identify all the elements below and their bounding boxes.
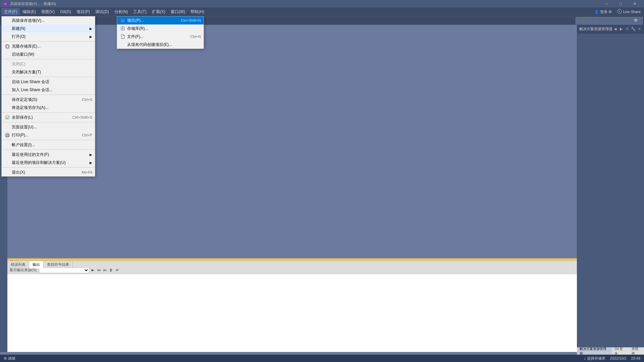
open-arrow: ▶ (90, 35, 92, 39)
file-menu-dropdown: 高级保存选项(V)... 新建(N) ▶ 打开(O) ▶ 克隆存储库(E)...… (1, 16, 95, 177)
tab-output[interactable]: 输出 (29, 261, 44, 268)
right-panel-content (577, 34, 644, 36)
new-project-item[interactable]: + 项目(P)... Ctrl+Shift+N (117, 16, 204, 24)
output-panel: 输出 ─ 📌 ✕ 显示输出来源(S): ▶ ⏮ ⏭ 🗑 ⇄ (7, 258, 577, 352)
menu-save[interactable]: 保存定定项(S) Ctrl+S (2, 96, 95, 104)
panel-refresh-btn[interactable]: ↻ (625, 26, 630, 32)
menu-print[interactable]: 打印(P)... Ctrl+P (2, 131, 95, 139)
datetime-label: 2022/10/2 (610, 356, 627, 360)
br-tab-git[interactable]: Git 更改 (612, 348, 629, 355)
menu-recent-files[interactable]: 最近使用过的文件(F) ▶ (2, 150, 95, 159)
menu-recent-projects[interactable]: 最近使用的项目和解决方案(U) ▶ (2, 159, 95, 167)
new-repo-icon (120, 25, 126, 32)
panel-next-btn[interactable]: ▶ (619, 26, 624, 32)
menu-clone-repo[interactable]: 克隆存储库(E)... (2, 42, 95, 50)
menu-exit[interactable]: 退出(X) Alt+F4 (2, 168, 95, 176)
output-content (7, 274, 577, 352)
separator-7 (2, 140, 95, 140)
tab-errors[interactable]: 错误列表 (7, 261, 29, 268)
menu-window[interactable]: 窗口(W) (168, 8, 188, 15)
output-toolbar-btn3[interactable]: ⏭ (103, 268, 107, 273)
new-from-code-icon (120, 42, 126, 48)
panel-prev-btn[interactable]: ◀ (612, 26, 618, 32)
save-icon (4, 97, 10, 103)
menu-join-liveshare[interactable]: 加入 Live Share 会话... (2, 86, 95, 94)
menu-new[interactable]: 新建(N) ▶ (2, 24, 95, 33)
menu-project[interactable]: 项目(P) (74, 8, 93, 15)
select-repo-label: ↕ 选择存储库 (584, 356, 605, 361)
separator-2 (2, 59, 95, 59)
search-box: 🔍 (576, 17, 643, 24)
menu-start-liveshare[interactable]: 启动 Live Share 会话 (2, 78, 95, 86)
print-icon (4, 132, 10, 138)
close-button[interactable]: ✕ (628, 0, 641, 7)
menu-save-all[interactable]: 全部保存(L) Ctrl+Shift+S (2, 113, 95, 121)
menu-start-window[interactable]: 启动窗口(W) (2, 50, 95, 58)
menu-save-as[interactable]: 将选定项另存为(A)... (2, 104, 95, 112)
advanced-save-icon (4, 17, 10, 23)
menu-debug[interactable]: 调试(D) (93, 8, 112, 15)
search-input[interactable] (576, 19, 633, 23)
page-setup-icon (4, 124, 10, 130)
menu-edit[interactable]: 编辑(E) (20, 8, 39, 15)
ready-icon: ⚙ (4, 356, 7, 361)
minimize-button[interactable]: ─ (600, 0, 613, 7)
menu-git[interactable]: Git(G) (57, 8, 74, 15)
output-toolbar-btn1[interactable]: ▶ (91, 268, 95, 273)
panel-close-btn[interactable]: ✕ (637, 26, 642, 32)
statusbar: ⚙ 就绪 ↕ 选择存储库 2022/10/2 23:49 (0, 355, 644, 362)
status-time: 23:49 (630, 356, 641, 360)
save-all-icon (4, 114, 10, 120)
toolbar: ◀ ▶ 附加... ▼ 🔍 (0, 16, 644, 25)
restore-button[interactable]: □ (614, 0, 627, 7)
menu-file[interactable]: 文件(F) (1, 8, 20, 15)
recent-projects-icon (4, 160, 10, 166)
ready-label: 就绪 (8, 356, 15, 361)
br-tab-class[interactable]: 类视图 (629, 348, 644, 355)
new-file-icon (120, 34, 126, 40)
account-settings-icon (4, 142, 10, 148)
panel-settings-btn[interactable]: 🔧 (631, 26, 636, 32)
recent-files-icon (4, 152, 10, 158)
menu-view[interactable]: 视图(V) (39, 8, 57, 15)
svg-text:+: + (122, 20, 123, 22)
tab-find-results[interactable]: 查找符号结果 (44, 261, 73, 268)
new-file-item[interactable]: 文件(F)... Ctrl+N (117, 33, 204, 41)
new-from-code-item[interactable]: 从现有代码创建项目(E)... (117, 41, 204, 49)
menu-extension[interactable]: 扩展(X) (149, 8, 168, 15)
menu-analyze[interactable]: 分析(N) (112, 8, 131, 15)
exit-icon (4, 169, 10, 175)
menu-close-solution[interactable]: 关闭解决方案(T) (2, 68, 95, 76)
menu-close: 关闭(C) (2, 60, 95, 68)
right-panel-header: 解决方案资源管理器 ◀ ▶ ↻ 🔧 ✕ (577, 25, 644, 34)
separator-3 (2, 77, 95, 77)
menu-advanced-save[interactable]: 高级保存选项(V)... (2, 16, 95, 24)
login-button[interactable]: 👤 登录 ⚙ (592, 8, 614, 15)
liveshare-button[interactable]: Live Share (615, 8, 643, 15)
output-toolbar-btn4[interactable]: 🗑 (109, 268, 113, 273)
svg-text:V: V (4, 2, 6, 6)
settings-icon: ⚙ (608, 10, 612, 14)
menu-account-settings[interactable]: 帐户设置(I)... (2, 141, 95, 149)
output-toolbar-btn5[interactable]: ⇄ (115, 268, 119, 273)
save-as-icon (4, 105, 10, 111)
status-ready[interactable]: ⚙ 就绪 (3, 356, 16, 361)
right-panel-icons: ◀ ▶ ↻ 🔧 ✕ (612, 26, 642, 32)
status-select-repo[interactable]: ↕ 选择存储库 (583, 356, 606, 361)
new-repo-item[interactable]: 存储库(R)... (117, 24, 204, 33)
menu-help[interactable]: 帮助(H) (188, 8, 207, 15)
br-tab-solution[interactable]: 解决方案资源管理器 (577, 348, 612, 355)
menu-tools[interactable]: 工具(T) (130, 8, 149, 15)
menubar: 文件(F) 编辑(E) 视图(V) Git(G) 项目(P) 调试(D) 分析(… (0, 7, 644, 16)
separator-1 (2, 41, 95, 42)
login-icon: 👤 (594, 10, 599, 14)
recent-projects-arrow: ▶ (90, 161, 92, 165)
titlebar-left: V 高级保存选项(V)... - 新建(N) (3, 1, 56, 6)
titlebar-title: 高级保存选项(V)... - 新建(N) (10, 1, 56, 6)
menu-open[interactable]: 打开(O) ▶ (2, 33, 95, 41)
bottom-tabs: 错误列表 输出 查找符号结果 (7, 261, 577, 268)
output-toolbar-btn2[interactable]: ⏮ (97, 268, 101, 273)
separator-8 (2, 149, 95, 150)
menu-page-setup[interactable]: 页面设置(U)... (2, 123, 95, 131)
liveshare-label: Live Share (623, 10, 641, 14)
